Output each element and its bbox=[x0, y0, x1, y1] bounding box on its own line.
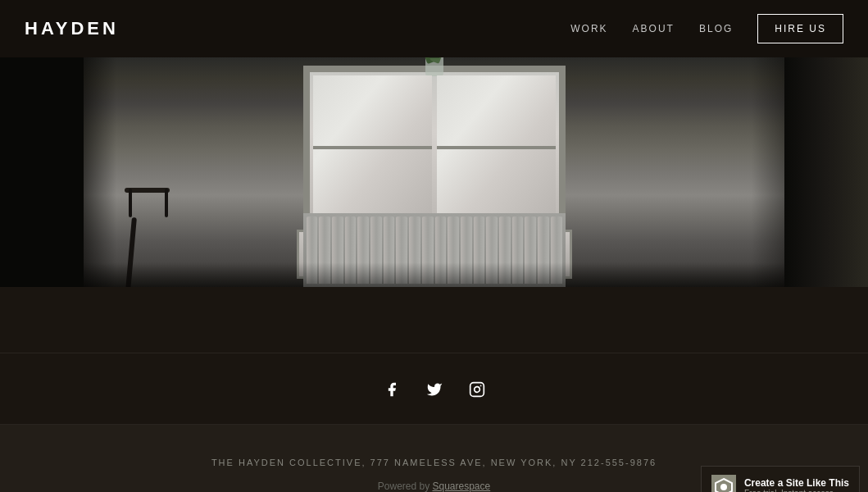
dark-spacer bbox=[0, 287, 868, 353]
squarespace-badge-title: Create a Site Like This bbox=[744, 477, 849, 489]
twitter-icon[interactable] bbox=[423, 378, 446, 401]
nav-link-blog[interactable]: BLOG bbox=[699, 23, 733, 34]
page-wrapper: THE HAYDEN COLLECTIVE, 777 NAMELESS AVE,… bbox=[0, 0, 868, 492]
squarespace-badge-text: Create a Site Like This Free trial. Inst… bbox=[744, 477, 849, 493]
squarespace-badge[interactable]: Create a Site Like This Free trial. Inst… bbox=[701, 466, 860, 492]
squarespace-badge-icon bbox=[711, 475, 736, 492]
squarespace-link[interactable]: Squarespace bbox=[432, 481, 490, 492]
nav-links: WORK ABOUT BLOG HIRE US bbox=[570, 14, 843, 43]
squarespace-badge-subtitle: Free trial. Instant access. bbox=[744, 489, 849, 493]
instagram-icon[interactable] bbox=[466, 378, 489, 401]
hero-right-panel bbox=[784, 57, 868, 287]
nav-link-work[interactable]: WORK bbox=[570, 23, 607, 34]
window-pane-right bbox=[437, 75, 556, 220]
hire-us-button[interactable]: HIRE US bbox=[757, 14, 843, 43]
social-bar bbox=[0, 353, 868, 425]
svg-point-2 bbox=[720, 484, 727, 490]
window-frame bbox=[303, 66, 566, 230]
site-logo[interactable]: HAYDEN bbox=[25, 18, 119, 39]
hero-left-panel bbox=[0, 57, 84, 287]
hero-area bbox=[0, 57, 868, 287]
hero-image bbox=[84, 57, 784, 287]
main-nav: HAYDEN WORK ABOUT BLOG HIRE US bbox=[0, 0, 868, 57]
window-pane-left bbox=[313, 75, 432, 220]
footer-wrapper: THE HAYDEN COLLECTIVE, 777 NAMELESS AVE,… bbox=[0, 353, 868, 492]
facebook-icon[interactable] bbox=[380, 378, 403, 401]
svg-rect-0 bbox=[470, 383, 484, 397]
nav-link-about[interactable]: ABOUT bbox=[633, 23, 675, 34]
